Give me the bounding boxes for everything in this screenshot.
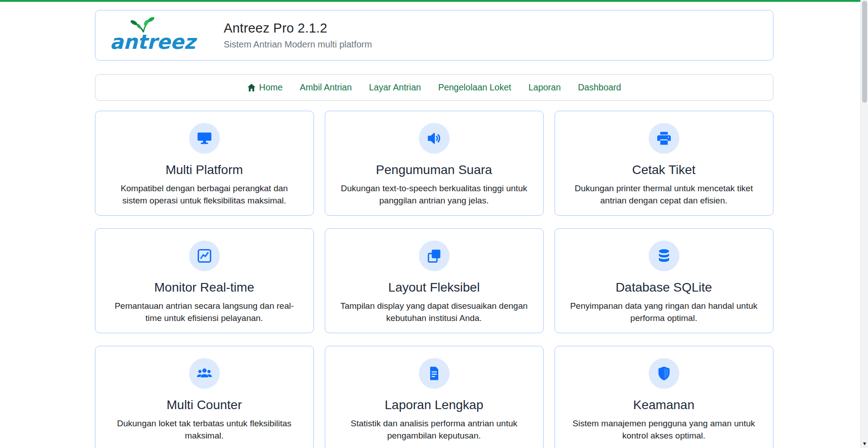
app-title: Antreez Pro 2.1.2: [224, 21, 372, 36]
feature-description: Pemantauan antrian secara langsung dan r…: [109, 300, 299, 325]
speaker-icon: [419, 123, 450, 154]
database-icon: [649, 241, 679, 271]
feature-card-multi-counter: Multi Counter Dukungan loket tak terbata…: [95, 346, 314, 448]
vertical-scrollbar[interactable]: ▼: [860, 0, 868, 448]
feature-title: Keamanan: [633, 398, 694, 412]
home-icon: [247, 83, 256, 92]
feature-card-keamanan: Keamanan Sistem manajemen pengguna yang …: [555, 346, 773, 448]
feature-description: Dukungan text-to-speech berkualitas ting…: [339, 183, 529, 207]
nav-ambil-antrian[interactable]: Ambil Antrian: [300, 82, 352, 93]
feature-title: Layout Fleksibel: [388, 280, 479, 295]
feature-description: Dukungan loket tak terbatas untuk fleksi…: [109, 418, 299, 442]
nav-items: Home Ambil Antrian Layar Antrian Pengelo…: [247, 82, 621, 93]
feature-title: Cetak Tiket: [632, 163, 695, 177]
page: antreez Antreez Pro 2.1.2 Sistem Antrian…: [0, 0, 868, 448]
feature-card-pengumuman-suara: Pengumuman Suara Dukungan text-to-speech…: [325, 111, 544, 216]
feature-card-layout-fleksibel: Layout Fleksibel Tampilan display yang d…: [325, 228, 544, 333]
nav-pengelolaan-loket[interactable]: Pengelolaan Loket: [438, 82, 512, 93]
chart-icon: [189, 241, 220, 271]
layout-icon: [419, 241, 450, 271]
feature-title: Monitor Real-time: [154, 280, 254, 295]
antreez-logo: antreez: [108, 16, 208, 54]
main-nav: Home Ambil Antrian Layar Antrian Pengelo…: [95, 74, 773, 101]
feature-card-laporan-lengkap: Laporan Lengkap Statistik dan analisis p…: [325, 346, 544, 448]
feature-card-multi-platform: Multi Platform Kompatibel dengan berbaga…: [95, 111, 314, 216]
nav-laporan[interactable]: Laporan: [528, 82, 561, 93]
nav-dashboard[interactable]: Dashboard: [578, 82, 621, 93]
database-icon-card: Database SQLite Penyimpanan data yang ri…: [555, 228, 773, 333]
nav-label: Layar Antrian: [369, 82, 421, 93]
main-container: antreez Antreez Pro 2.1.2 Sistem Antrian…: [95, 0, 773, 448]
feature-description: Statistik dan analisis performa antrian …: [339, 418, 529, 442]
shield-icon: [649, 358, 679, 389]
top-accent-bar: [0, 0, 860, 2]
nav-label: Ambil Antrian: [300, 82, 352, 93]
app-header: antreez Antreez Pro 2.1.2 Sistem Antrian…: [95, 10, 773, 61]
feature-title: Laporan Lengkap: [385, 398, 484, 412]
feature-title: Multi Platform: [166, 163, 243, 177]
feature-card-cetak-tiket: Cetak Tiket Dukungan printer thermal unt…: [555, 111, 773, 216]
logo-text: antreez: [110, 30, 197, 53]
nav-label: Laporan: [528, 82, 561, 93]
users-icon: [189, 358, 220, 389]
scrollbar-down-arrow[interactable]: ▼: [861, 440, 868, 447]
nav-label: Dashboard: [578, 82, 621, 93]
nav-layar-antrian[interactable]: Layar Antrian: [369, 82, 421, 93]
feature-grid: Multi Platform Kompatibel dengan berbaga…: [95, 111, 773, 448]
document-icon: [419, 358, 450, 389]
feature-description: Tampilan display yang dapat disesuaikan …: [339, 300, 529, 325]
feature-description: Dukungan printer thermal untuk mencetak …: [569, 183, 759, 207]
app-subtitle: Sistem Antrian Modern multi platform: [224, 39, 372, 50]
nav-label: Home: [259, 82, 283, 93]
feature-card-monitor-realtime: Monitor Real-time Pemantauan antrian sec…: [95, 228, 314, 333]
feature-description: Kompatibel dengan berbagai perangkat dan…: [109, 183, 299, 207]
feature-title: Multi Counter: [166, 398, 242, 412]
printer-icon: [649, 123, 679, 154]
feature-description: Penyimpanan data yang ringan dan handal …: [569, 300, 759, 325]
feature-description: Sistem manajemen pengguna yang aman untu…: [569, 418, 759, 442]
nav-home[interactable]: Home: [247, 82, 283, 93]
antreez-logo-icon: antreez: [108, 16, 199, 54]
feature-title: Pengumuman Suara: [376, 163, 492, 177]
scrollbar-thumb[interactable]: [862, 1, 867, 103]
header-text: Antreez Pro 2.1.2 Sistem Antrian Modern …: [224, 21, 372, 50]
feature-title: Database SQLite: [616, 280, 712, 295]
nav-label: Pengelolaan Loket: [438, 82, 512, 93]
monitor-icon: [189, 123, 220, 154]
